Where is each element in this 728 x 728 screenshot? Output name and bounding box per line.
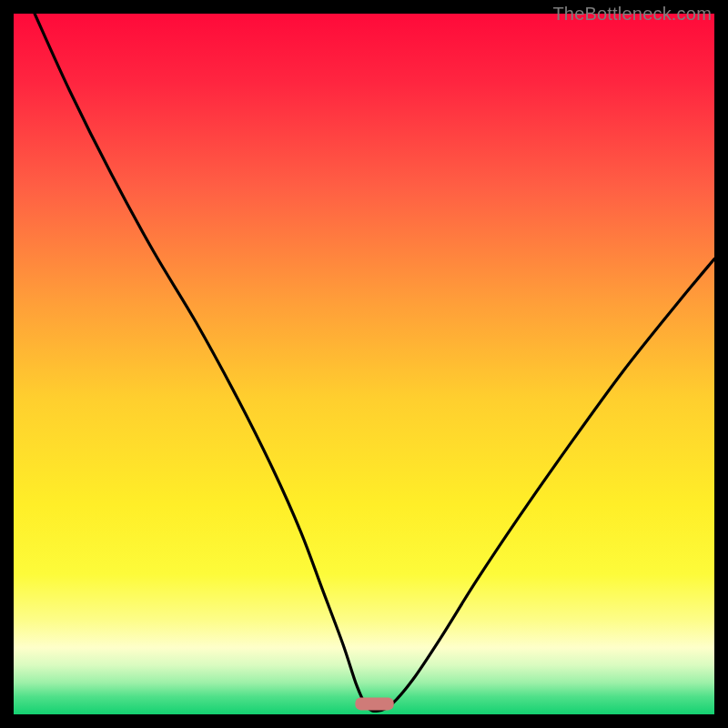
watermark-text: TheBottleneck.com bbox=[552, 4, 712, 25]
optimum-marker bbox=[355, 698, 393, 711]
chart-frame bbox=[14, 14, 714, 714]
gradient-background bbox=[14, 14, 714, 714]
bottleneck-plot bbox=[14, 14, 714, 714]
